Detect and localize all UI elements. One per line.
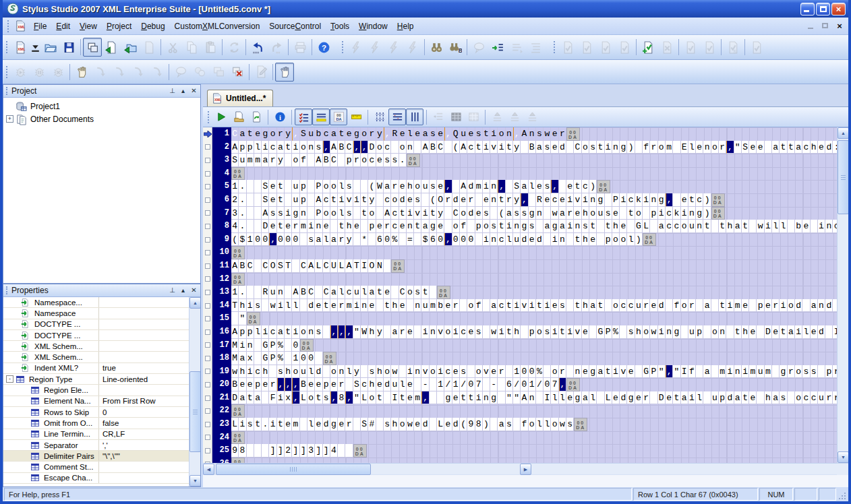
char-cell[interactable]: l [361,286,368,299]
char-cell[interactable]: l [338,180,345,193]
char-cell[interactable] [513,418,521,431]
char-cell[interactable]: e [620,220,627,233]
char-cell[interactable]: G [262,339,269,352]
char-cell[interactable]: n [490,193,498,207]
editor-line[interactable]: 17Min GP% 000DA [203,339,837,352]
char-cell[interactable]: h [368,378,376,391]
separator-cell[interactable]: , [384,127,391,141]
char-cell[interactable]: t [338,127,345,141]
char-cell[interactable]: l [338,286,345,299]
pin-icon[interactable]: ⊥ [167,286,177,295]
char-cell[interactable]: o [643,325,650,339]
char-cell[interactable]: s [513,207,521,220]
char-cell[interactable] [353,233,361,247]
char-cell[interactable] [307,193,315,207]
char-cell[interactable]: g [673,325,680,339]
window-cascade-button[interactable] [83,38,102,57]
char-cell[interactable]: l [407,127,414,141]
editor-line[interactable]: 14This will determine the number of acti… [203,299,837,313]
property-row-namespace[interactable]: Namespace [3,308,189,319]
char-cell[interactable] [353,207,361,220]
char-cell[interactable]: C [330,154,338,167]
char-cell[interactable]: o [460,207,467,220]
char-cell[interactable]: d [521,233,528,247]
char-cell[interactable] [262,391,269,405]
char-cell[interactable]: t [430,207,437,220]
editor-line[interactable]: 2598 ]]2]]3]]4 00DA [203,444,837,458]
char-cell[interactable]: i [239,418,246,431]
char-cell[interactable]: C [300,259,307,273]
char-cell[interactable]: o [330,365,338,379]
char-cell[interactable]: 0 [254,233,262,247]
char-cell[interactable]: r [788,365,795,379]
char-cell[interactable]: c [666,207,673,220]
char-cell[interactable]: i [292,325,299,339]
char-cell[interactable]: c [673,220,680,233]
close-panel-icon[interactable]: ✕ [189,286,199,295]
char-cell[interactable]: e [437,220,444,233]
char-cell[interactable]: g [620,141,627,154]
char-cell[interactable]: g [529,207,536,220]
char-cell[interactable] [407,299,414,313]
char-cell[interactable] [376,299,384,313]
char-cell[interactable] [483,378,490,391]
char-cell[interactable]: s [323,391,330,405]
char-cell[interactable]: c [802,141,810,154]
editor-line[interactable]: 51. Set up Pools (Warehouse, Admin, Sale… [203,180,837,193]
char-cell[interactable] [620,325,627,339]
char-cell[interactable]: c [361,378,368,391]
refresh-preview-button[interactable] [247,108,265,125]
char-cell[interactable]: c [582,180,589,193]
char-cell[interactable]: a [330,127,338,141]
char-cell[interactable]: B [239,259,246,273]
char-cell[interactable]: h [285,365,292,379]
char-cell[interactable]: l [536,418,544,431]
char-cell[interactable]: s [802,365,810,379]
char-cell[interactable]: k [635,193,643,207]
char-cell[interactable]: m [475,180,483,193]
char-cell[interactable]: T [231,299,239,313]
char-cell[interactable]: 0 [460,233,467,247]
char-cell[interactable]: o [368,391,376,405]
char-cell[interactable]: e [307,378,315,391]
char-cell[interactable]: y [353,365,361,379]
char-cell[interactable]: A [384,207,391,220]
char-cell[interactable]: f [521,418,528,431]
char-cell[interactable]: i [292,141,299,154]
char-cell[interactable]: d [795,299,802,313]
char-cell[interactable]: c [696,193,703,207]
char-cell[interactable]: a [239,127,246,141]
char-cell[interactable] [368,233,376,247]
char-cell[interactable]: g [353,127,361,141]
char-cell[interactable]: n [574,365,581,379]
char-cell[interactable]: e [399,127,407,141]
char-cell[interactable] [376,418,384,431]
char-cell[interactable] [726,325,734,339]
char-cell[interactable]: d [726,391,734,405]
char-cell[interactable]: l [559,391,566,405]
char-cell[interactable]: h [635,325,643,339]
char-cell[interactable]: s [475,127,483,141]
char-cell[interactable]: p [368,220,376,233]
editor-line[interactable]: 131. Run ABC Calculate Cost 00DA [203,286,837,299]
char-cell[interactable]: a [772,391,780,405]
char-cell[interactable]: f [300,154,307,167]
char-cell[interactable]: i [742,365,749,379]
char-cell[interactable]: v [414,207,421,220]
char-cell[interactable]: a [772,141,780,154]
char-cell[interactable]: s [345,180,353,193]
char-cell[interactable]: a [262,154,269,167]
char-cell[interactable]: g [521,220,528,233]
char-cell[interactable] [254,193,262,207]
char-cell[interactable]: I [361,259,368,273]
char-cell[interactable]: s [544,325,551,339]
char-cell[interactable]: n [483,391,490,405]
char-cell[interactable]: A [307,259,315,273]
char-cell[interactable]: o [323,207,330,220]
char-cell[interactable]: r [338,233,345,247]
char-cell[interactable]: e [582,365,589,379]
char-cell[interactable] [711,299,719,313]
char-cell[interactable]: g [262,127,269,141]
char-cell[interactable]: . [399,154,407,167]
char-cell[interactable] [414,378,421,391]
